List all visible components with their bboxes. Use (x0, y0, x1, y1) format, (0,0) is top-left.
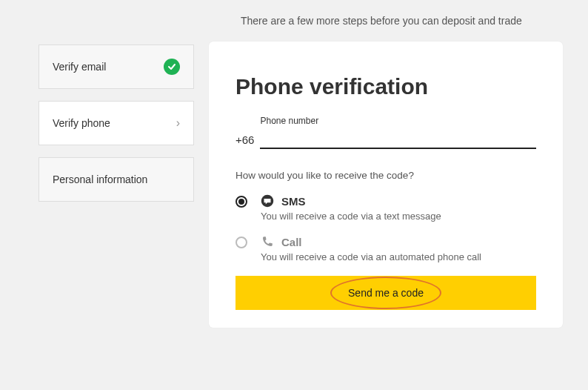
option-desc: You will receive a code via a text messa… (261, 211, 536, 222)
receive-question: How would you like to receive the code? (235, 170, 536, 181)
step-label: Personal information (53, 173, 147, 185)
step-verify-phone[interactable]: Verify phone › (39, 101, 194, 145)
send-code-button[interactable]: Send me a code (235, 276, 536, 310)
intro-text: There are a few more steps before you ca… (241, 15, 522, 27)
option-sms[interactable]: SMS You will receive a code via a text m… (235, 194, 536, 222)
option-desc: You will receive a code via an automated… (261, 251, 536, 262)
option-call[interactable]: Call You will receive a code via an auto… (235, 235, 536, 262)
phone-label: Phone number (260, 116, 536, 126)
phone-input[interactable] (260, 129, 536, 149)
radio-unselected-icon (235, 237, 247, 248)
step-verify-email[interactable]: Verify email (39, 44, 194, 89)
card-heading: Phone verification (235, 74, 536, 99)
option-title: Call (281, 236, 302, 248)
sms-icon (261, 194, 274, 208)
verification-card: Phone verification +66 Phone number How … (209, 42, 563, 328)
step-label: Verify phone (53, 117, 110, 129)
check-icon (164, 59, 180, 75)
option-title: SMS (281, 195, 306, 208)
step-label: Verify email (53, 61, 106, 73)
chevron-right-icon: › (176, 116, 180, 130)
phone-prefix: +66 (235, 133, 254, 149)
step-personal-info[interactable]: Personal information (39, 157, 194, 202)
steps-sidebar: Verify email Verify phone › Personal inf… (39, 44, 194, 214)
phone-row: +66 Phone number (235, 116, 536, 149)
phone-icon (261, 235, 274, 248)
radio-selected-icon (235, 196, 247, 208)
